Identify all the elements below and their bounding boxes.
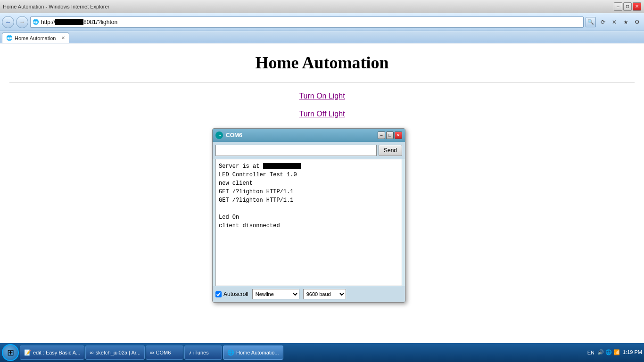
serial-line-6: Led On xyxy=(219,213,399,222)
clock-time: 1:19 PM xyxy=(623,349,642,356)
tab-label: Home Automation xyxy=(15,35,56,41)
autoscroll-checkbox[interactable] xyxy=(215,291,222,297)
page-content: Home Automation Turn On Light Turn Off L… xyxy=(0,43,644,343)
links-area: Turn On Light Turn Off Light xyxy=(9,92,635,118)
nav-icons: ⟳ ✕ ★ ⚙ xyxy=(598,17,642,27)
taskbar-itunes-label: iTunes xyxy=(193,350,209,355)
window-controls: – □ ✕ xyxy=(614,2,641,11)
search-button[interactable]: 🔍 xyxy=(586,17,596,27)
serial-maximize-button[interactable]: □ xyxy=(386,132,394,139)
refresh-icon[interactable]: ⟳ xyxy=(598,17,608,27)
taskbar-item-homeauto[interactable]: 🌐 Home Automatio... xyxy=(223,346,283,360)
browser-navbar: ← → 🌐 http:// 8081/?lighton 🔍 ⟳ ✕ ★ ⚙ xyxy=(0,13,644,31)
arduino-icon: ∞ xyxy=(215,132,223,139)
autoscroll-text: Autoscroll xyxy=(223,291,248,297)
serial-output-area[interactable]: Server is at LED Controller Test 1.0 new… xyxy=(215,159,402,286)
serial-line-2: LED Controller Test 1.0 xyxy=(219,171,399,179)
serial-minimize-button[interactable]: – xyxy=(378,132,385,139)
back-button[interactable]: ← xyxy=(2,16,14,28)
serial-close-button[interactable]: ✕ xyxy=(395,132,402,139)
taskbar-item-sketch[interactable]: ∞ sketch_jul02a | Ar... xyxy=(85,346,145,360)
taskbar-edit-icon: 📝 xyxy=(24,349,31,356)
taskbar-icons: 🔊 🌐 📶 xyxy=(597,349,620,355)
close-button[interactable]: ✕ xyxy=(633,2,641,11)
taskbar: ⊞ 📝 edit : Easy Basic A... ∞ sketch_jul0… xyxy=(0,343,644,362)
taskbar-item-edit[interactable]: 📝 edit : Easy Basic A... xyxy=(20,346,84,360)
taskbar-right: EN 🔊 🌐 📶 1:19 PM xyxy=(587,349,642,356)
minimize-button[interactable]: – xyxy=(614,2,622,11)
address-redacted xyxy=(55,19,83,25)
forward-button[interactable]: → xyxy=(16,16,28,28)
serial-line-4: GET /?lighton HTTP/1.1 xyxy=(219,188,399,196)
serial-window-controls: – □ ✕ xyxy=(378,132,402,139)
page-title: Home Automation xyxy=(9,53,635,73)
address-bar-container: 🌐 http:// 8081/?lighton xyxy=(30,16,584,28)
serial-line-3: new client xyxy=(219,179,399,188)
serial-line-blank xyxy=(219,205,399,213)
serial-monitor-title: ∞ COM6 xyxy=(215,132,242,139)
taskbar-sketch-icon: ∞ xyxy=(90,349,94,356)
baud-select[interactable]: 300 baud 1200 baud 2400 baud 4800 baud 9… xyxy=(303,289,346,299)
address-prefix: http:// xyxy=(41,19,55,25)
taskbar-item-com6[interactable]: ∞ COM6 xyxy=(146,346,183,360)
taskbar-sketch-label: sketch_jul02a | Ar... xyxy=(96,350,140,355)
taskbar-homeauto-icon: 🌐 xyxy=(227,349,234,356)
taskbar-itunes-icon: ♪ xyxy=(189,349,191,356)
tab-bar: 🌐 Home Automation ✕ xyxy=(0,31,644,43)
maximize-button[interactable]: □ xyxy=(623,2,632,11)
serial-monitor-title-text: COM6 xyxy=(226,132,242,139)
serial-line-5: GET /?lighton HTTP/1.1 xyxy=(219,196,399,205)
serial-input-field[interactable] xyxy=(215,145,377,156)
browser-title: Home Automation - Windows Internet Explo… xyxy=(3,4,109,9)
ip-redacted xyxy=(263,163,301,169)
autoscroll-label[interactable]: Autoscroll xyxy=(215,291,248,297)
taskbar-edit-label: edit : Easy Basic A... xyxy=(33,350,80,355)
favorites-icon[interactable]: ★ xyxy=(620,17,631,27)
page-icon: 🌐 xyxy=(33,19,39,25)
taskbar-homeauto-label: Home Automatio... xyxy=(236,350,279,355)
tab-favicon: 🌐 xyxy=(6,35,13,41)
system-clock: 1:19 PM xyxy=(623,349,642,356)
tools-icon[interactable]: ⚙ xyxy=(632,17,642,27)
turn-off-light-link[interactable]: Turn Off Light xyxy=(9,110,635,118)
language-indicator: EN xyxy=(587,350,594,355)
taskbar-item-itunes[interactable]: ♪ iTunes xyxy=(184,346,222,360)
serial-line-7: client disonnected xyxy=(219,222,399,230)
tab-close-button[interactable]: ✕ xyxy=(61,35,65,41)
newline-select[interactable]: Newline No line ending Carriage return B… xyxy=(252,289,299,299)
browser-titlebar: Home Automation - Windows Internet Explo… xyxy=(0,0,644,13)
serial-monitor-titlebar: ∞ COM6 – □ ✕ xyxy=(213,129,405,142)
turn-on-light-link[interactable]: Turn On Light xyxy=(9,92,635,100)
start-button[interactable]: ⊞ xyxy=(2,344,19,361)
taskbar-com6-label: COM6 xyxy=(156,350,171,355)
active-tab[interactable]: 🌐 Home Automation ✕ xyxy=(2,33,69,43)
taskbar-com6-icon: ∞ xyxy=(150,349,154,356)
stop-icon[interactable]: ✕ xyxy=(609,17,619,27)
serial-footer: Autoscroll Newline No line ending Carria… xyxy=(213,286,405,302)
page-divider xyxy=(9,82,635,82)
serial-input-row: Send xyxy=(213,142,405,159)
serial-line-1: Server is at xyxy=(219,162,399,171)
address-suffix: 8081/?lighton xyxy=(83,19,117,25)
serial-send-button[interactable]: Send xyxy=(379,145,402,156)
serial-monitor-dialog: ∞ COM6 – □ ✕ Send Server is at LED Contr… xyxy=(212,128,405,303)
